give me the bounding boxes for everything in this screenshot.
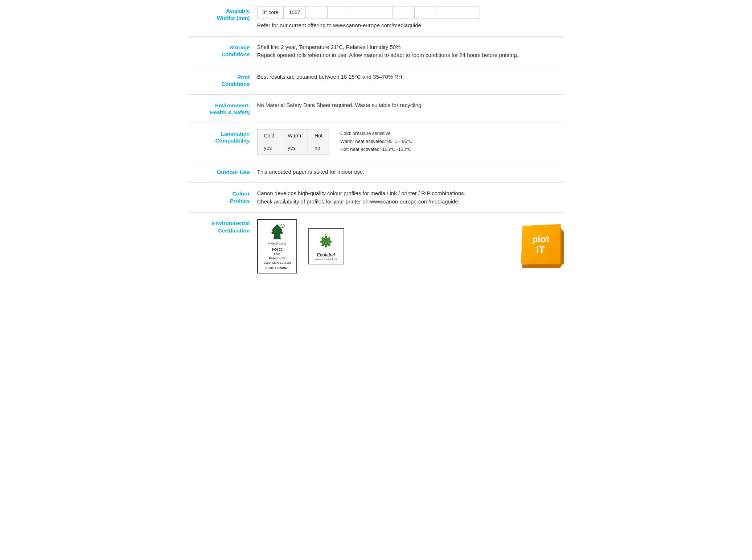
width-cell-8 xyxy=(414,7,436,18)
print-conditions-section: PrintConditions Best results are obtaine… xyxy=(188,66,564,95)
fsc-logo: ® www.fsc.org FSC MIX Paper fromresponsi… xyxy=(257,219,297,273)
svg-point-17 xyxy=(325,243,326,244)
colour-profiles-text-1: Canon develops high-quality colour profi… xyxy=(257,189,564,198)
lam-value-hot: no xyxy=(308,142,329,154)
lamination-label: LaminationCompatibility xyxy=(188,129,257,144)
available-widths-label: AvailableWidths (mm) xyxy=(188,7,257,21)
fsc-code: FSC® C008945 xyxy=(266,266,289,270)
widths-note: Refer for our current offering to www.ca… xyxy=(257,21,564,30)
svg-point-20 xyxy=(321,238,322,239)
svg-point-13 xyxy=(328,236,329,236)
lam-header-warm: Warm xyxy=(281,129,308,142)
width-cell-4 xyxy=(327,7,349,18)
plotit-logo: plot IT xyxy=(521,225,564,268)
svg-text:®: ® xyxy=(282,225,283,227)
fsc-desc: Paper fromresponsible sources xyxy=(262,256,291,265)
colour-profiles-text-2: Check availability of profiles for your … xyxy=(257,198,564,206)
width-cell-5 xyxy=(349,7,371,18)
colour-profiles-content: Canon develops high-quality colour profi… xyxy=(257,189,564,206)
svg-point-14 xyxy=(329,238,330,239)
lamination-wrapper: Cold Warm Hot yes yes no Cold: pressure … xyxy=(257,129,564,155)
storage-text-2: Repack opened rolls when not in use. All… xyxy=(257,51,564,59)
plotit-line1: plot xyxy=(532,234,549,244)
print-conditions-label: PrintConditions xyxy=(188,73,257,88)
svg-point-11 xyxy=(324,240,328,244)
width-cell-10 xyxy=(458,7,480,18)
lam-note-hot: Hot: heat activated: 105°C -130°C xyxy=(340,145,412,153)
width-cell-7 xyxy=(393,7,414,18)
svg-point-15 xyxy=(329,240,330,241)
print-conditions-text: Best results are obtained between 18-25°… xyxy=(257,73,564,81)
environmental-cert-label: EnvironmentalCertification xyxy=(188,219,257,234)
lam-value-cold: yes xyxy=(257,142,281,154)
print-conditions-content: Best results are obtained between 18-25°… xyxy=(257,73,564,81)
width-cell-6 xyxy=(371,7,393,18)
lam-value-warm: yes xyxy=(281,142,308,154)
plotit-line2: IT xyxy=(532,244,549,255)
outdoor-use-label: Outdoor Use xyxy=(188,168,257,176)
ecolabel-text: Ecolabel xyxy=(317,252,335,258)
svg-text:EU: EU xyxy=(325,246,327,248)
ecolabel-url: www.ecolabel.eu xyxy=(315,258,337,261)
colour-profiles-section: ColourProfiles Canon develops high-quali… xyxy=(188,183,564,213)
lam-note-warm: Warm: heat activated: 85°C - 95°C xyxy=(340,137,412,145)
outdoor-use-section: Outdoor Use This uncoated paper is suite… xyxy=(188,161,564,183)
fsc-url: www.fsc.org xyxy=(268,242,286,246)
fsc-tree-icon: ® xyxy=(268,223,286,242)
outdoor-use-content: This uncoated paper is suited for indoor… xyxy=(257,168,564,176)
environment-content: No Material Safety Data Sheet required. … xyxy=(257,101,564,110)
width-cell-3 xyxy=(305,7,327,18)
svg-point-19 xyxy=(321,240,322,241)
cert-logos: ® www.fsc.org FSC MIX Paper fromresponsi… xyxy=(257,219,564,273)
colour-profiles-label: ColourProfiles xyxy=(188,189,257,204)
lam-note-cold: Cold: pressure sensitive xyxy=(340,129,412,137)
environment-section: Environment,Health & Safety No Material … xyxy=(188,95,564,123)
lamination-content: Cold Warm Hot yes yes no Cold: pressure … xyxy=(257,129,564,155)
storage-conditions-label: StorageConditions xyxy=(188,43,257,58)
storage-text-1: Shelf life: 2 year, Temperature 21°C, Re… xyxy=(257,43,564,52)
environment-label: Environment,Health & Safety xyxy=(188,101,257,116)
storage-conditions-section: StorageConditions Shelf life: 2 year, Te… xyxy=(188,37,564,66)
width-cell-1: 3" core xyxy=(257,7,284,18)
lamination-notes: Cold: pressure sensitive Warm: heat acti… xyxy=(340,129,412,153)
environment-text: No Material Safety Data Sheet required. … xyxy=(257,101,564,110)
fsc-mix: MIX xyxy=(274,252,280,257)
lamination-section: LaminationCompatibility Cold Warm Hot ye… xyxy=(188,123,564,161)
width-cell-9 xyxy=(436,7,458,18)
svg-text:€: € xyxy=(325,233,327,236)
ecolabel-icon: € xyxy=(316,232,336,252)
svg-point-18 xyxy=(323,242,324,243)
ecolabel-logo: € xyxy=(308,228,344,264)
available-widths-section: AvailableWidths (mm) 3" core 1067 xyxy=(188,0,564,37)
svg-point-16 xyxy=(328,242,329,243)
available-widths-content: 3" core 1067 Refer for our current offer… xyxy=(257,7,564,30)
environmental-cert-section: EnvironmentalCertification ® www.fsc.org… xyxy=(188,213,564,280)
width-cell-2: 1067 xyxy=(284,7,305,18)
outdoor-use-text: This uncoated paper is suited for indoor… xyxy=(257,168,564,176)
lam-header-hot: Hot xyxy=(308,129,329,142)
svg-point-21 xyxy=(323,236,324,236)
fsc-name: FSC xyxy=(272,247,282,252)
widths-table: 3" core 1067 xyxy=(257,7,480,18)
lamination-table: Cold Warm Hot yes yes no xyxy=(257,129,329,155)
storage-conditions-content: Shelf life: 2 year, Temperature 21°C, Re… xyxy=(257,43,564,59)
svg-point-12 xyxy=(325,235,326,236)
lam-header-cold: Cold xyxy=(257,129,281,142)
